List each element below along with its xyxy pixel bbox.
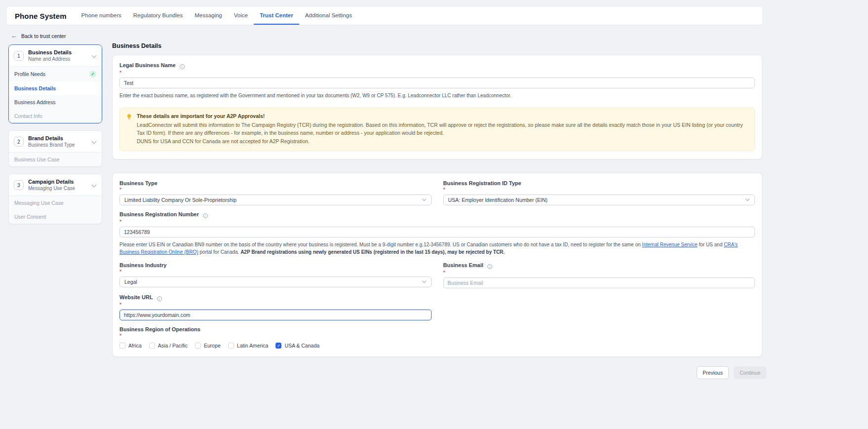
business-registration-id-type-field: Business Registration ID Type * USA: Emp… (443, 180, 755, 205)
back-to-trust-center-link[interactable]: ← Back to trust center (11, 33, 66, 39)
checkbox-latin-america[interactable]: ✓ Latin America (228, 343, 269, 349)
website-url-field: Website URL i * (119, 294, 432, 320)
business-registration-id-type-select[interactable]: USA: Employer Identification Number (EIN… (443, 195, 755, 205)
required-marker: * (119, 70, 755, 76)
section-header-business-details[interactable]: 1 Business Details Name and Address (9, 45, 102, 66)
tab-messaging[interactable]: Messaging (189, 7, 228, 25)
lightbulb-icon (126, 114, 132, 120)
business-registration-number-input[interactable] (119, 227, 755, 237)
legal-business-name-card: Legal Business Name i * Enter the exact … (112, 55, 762, 159)
required-marker: * (119, 187, 432, 193)
legal-business-name-label: Legal Business Name (119, 62, 176, 68)
business-industry-field: Business Industry * Legal (119, 262, 432, 288)
main-content: Business Details Legal Business Name i *… (112, 42, 762, 357)
section-title: Business Details (28, 49, 87, 55)
checkbox-icon: ✓ (195, 343, 201, 349)
chevron-down-icon (92, 53, 97, 58)
required-marker: * (443, 270, 755, 275)
tab-voice[interactable]: Voice (228, 7, 254, 25)
business-registration-number-field: Business Registration Number i * Please … (119, 211, 755, 256)
check-circle-icon: ✓ (89, 71, 96, 78)
tab-additional-settings[interactable]: Additional Settings (299, 7, 358, 25)
business-email-label: Business Email (443, 262, 483, 268)
checkbox-icon: ✓ (276, 343, 281, 349)
business-type-field: Business Type * Limited Liability Compan… (119, 180, 432, 205)
business-info-card: Business Type * Limited Liability Compan… (112, 173, 762, 357)
business-industry-label: Business Industry (119, 262, 166, 268)
a2p-warning-banner: These details are important for your A2P… (119, 108, 755, 151)
tab-phone-numbers[interactable]: Phone numbers (76, 7, 127, 25)
section-title: Brand Details (28, 135, 87, 141)
sidebar-item-business-details[interactable]: Business Details (9, 81, 102, 95)
tab-regulatory-bundles[interactable]: Regulatory Bundles (127, 7, 189, 25)
required-marker: * (119, 302, 432, 308)
nav-tabs: Phone numbers Regulatory Bundles Messagi… (76, 7, 358, 25)
chevron-down-icon (92, 183, 97, 188)
section-header-brand-details[interactable]: 2 Brand Details Business Brand Type (9, 131, 102, 152)
sidebar-item-user-consent[interactable]: User Consent (9, 210, 102, 224)
business-type-label: Business Type (119, 180, 158, 186)
required-marker: * (443, 187, 755, 193)
section-subtitle: Business Brand Type (28, 142, 87, 148)
steps-sidebar: 1 Business Details Name and Address Prof… (8, 44, 102, 224)
business-registration-number-label: Business Registration Number (119, 211, 199, 217)
sidebar-item-business-address[interactable]: Business Address (9, 95, 102, 109)
legal-business-name-input[interactable] (119, 78, 755, 88)
registration-number-helper: Please enter US EIN or Canadian BN9 numb… (119, 241, 755, 256)
form-heading: Business Details (112, 42, 762, 49)
sidebar-section-campaign-details: 3 Campaign Details Messaging Use Case Me… (8, 174, 102, 224)
checkbox-icon: ✓ (149, 343, 155, 349)
sidebar-section-brand-details: 2 Brand Details Business Brand Type Busi… (8, 130, 102, 167)
business-region-field: Business Region of Operations * ✓ Africa… (119, 326, 755, 349)
chevron-down-icon (92, 139, 97, 144)
chevron-down-icon (422, 197, 427, 202)
region-checkbox-group: ✓ Africa ✓ Asia / Pacific ✓ Europe ✓ Lat… (119, 343, 755, 349)
top-navigation-bar: Phone System Phone numbers Regulatory Bu… (7, 7, 762, 25)
info-icon[interactable]: i (157, 296, 162, 301)
checkbox-europe[interactable]: ✓ Europe (195, 343, 221, 349)
checkbox-asia-pacific[interactable]: ✓ Asia / Pacific (149, 343, 188, 349)
website-url-label: Website URL (119, 294, 153, 300)
sidebar-item-messaging-use-case[interactable]: Messaging Use Case (9, 196, 102, 210)
page-title: Phone System (15, 12, 67, 20)
checkbox-icon: ✓ (119, 343, 125, 349)
section-header-campaign-details[interactable]: 3 Campaign Details Messaging Use Case (9, 174, 102, 195)
sidebar-item-contact-info[interactable]: Contact Info (9, 109, 102, 123)
wizard-footer: Previous Continue (697, 366, 766, 379)
legal-business-name-helper: Enter the exact business name, as regist… (119, 92, 755, 100)
warning-body: LeadConnector will submit this informati… (137, 121, 749, 138)
step-number-badge: 3 (14, 180, 24, 190)
sidebar-item-profile-needs[interactable]: Profile Needs ✓ (9, 67, 102, 81)
section-subtitle: Messaging Use Case (28, 186, 87, 191)
business-type-select[interactable]: Limited Liability Company Or Sole-Propri… (119, 195, 432, 205)
warning-note: DUNS for USA and CCN for Canada are not … (137, 137, 749, 146)
chevron-down-icon (746, 197, 750, 202)
checkbox-usa-canada[interactable]: ✓ USA & Canada (276, 343, 319, 349)
required-marker: * (119, 219, 755, 225)
irs-link[interactable]: Internal Revenue Service (642, 242, 697, 247)
warning-title: These details are important for your A2P… (137, 113, 749, 119)
website-url-input[interactable] (119, 310, 432, 320)
step-number-badge: 2 (14, 137, 24, 147)
checkbox-icon: ✓ (228, 343, 234, 349)
step-number-badge: 1 (14, 51, 24, 61)
required-marker: * (119, 333, 755, 339)
section-subtitle: Name and Address (28, 56, 87, 62)
tab-trust-center[interactable]: Trust Center (254, 7, 299, 25)
sidebar-item-business-use-case[interactable]: Business Use Case (9, 153, 102, 166)
checkbox-africa[interactable]: ✓ Africa (119, 343, 142, 349)
info-icon[interactable]: i (487, 264, 492, 269)
info-icon[interactable]: i (180, 64, 185, 69)
continue-button[interactable]: Continue (734, 366, 766, 379)
business-email-input[interactable] (443, 277, 755, 288)
business-region-label: Business Region of Operations (119, 326, 200, 332)
tcr-warning-bold: A2P Brand registrations using newly gene… (240, 249, 505, 255)
section-title: Campaign Details (28, 179, 87, 185)
business-registration-id-type-label: Business Registration ID Type (443, 180, 521, 186)
sidebar-section-business-details: 1 Business Details Name and Address Prof… (8, 44, 102, 123)
chevron-down-icon (422, 279, 427, 284)
previous-button[interactable]: Previous (697, 366, 729, 379)
info-icon[interactable]: i (203, 213, 208, 218)
business-industry-select[interactable]: Legal (119, 276, 432, 287)
back-arrow-icon: ← (11, 33, 17, 39)
